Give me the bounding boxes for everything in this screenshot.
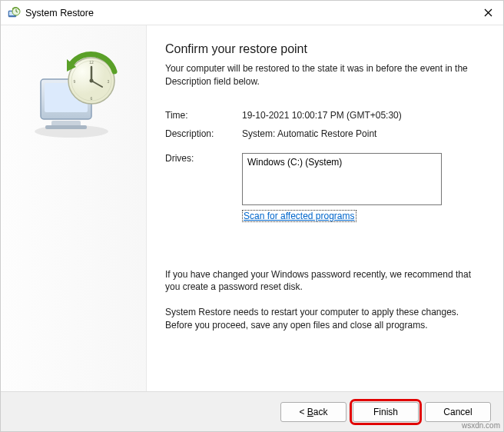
time-label: Time: [165, 110, 242, 121]
window-title: System Restore [25, 8, 472, 18]
time-row: Time: 19-10-2021 10:00:17 PM (GMT+05:30) [165, 110, 485, 121]
drive-item[interactable]: Windows (C:) (System) [247, 157, 436, 168]
main-panel: Confirm your restore point Your computer… [147, 25, 503, 391]
back-button[interactable]: < Back [280, 402, 346, 422]
page-heading: Confirm your restore point [165, 42, 485, 56]
page-subtext: Your computer will be restored to the st… [165, 62, 485, 88]
password-note: If you have changed your Windows passwor… [165, 268, 485, 294]
description-label: Description: [165, 128, 242, 139]
system-restore-hero-icon: 123 69 [24, 48, 124, 141]
drives-label: Drives: [165, 153, 242, 205]
svg-text:3: 3 [107, 79, 109, 84]
description-value: System: Automatic Restore Point [242, 128, 376, 139]
svg-text:9: 9 [73, 79, 75, 84]
sidebar: 123 69 [1, 25, 147, 391]
close-button[interactable] [472, 1, 503, 25]
time-value: 19-10-2021 10:00:17 PM (GMT+05:30) [242, 110, 402, 121]
svg-rect-10 [45, 125, 87, 129]
restart-note: System Restore needs to restart your com… [165, 306, 485, 332]
button-bar: < Back Finish Cancel [1, 391, 503, 431]
drives-row: Drives: Windows (C:) (System) [165, 153, 485, 205]
description-row: Description: System: Automatic Restore P… [165, 128, 485, 139]
close-icon [484, 8, 492, 17]
drives-listbox[interactable]: Windows (C:) (System) [242, 153, 442, 205]
cancel-button[interactable]: Cancel [425, 402, 491, 422]
finish-button[interactable]: Finish [353, 402, 419, 422]
content-area: 123 69 Confirm your restore point Your c… [1, 25, 503, 391]
scan-affected-programs-link[interactable]: Scan for affected programs [242, 210, 356, 222]
svg-text:12: 12 [89, 60, 94, 65]
titlebar: System Restore [1, 1, 503, 25]
system-restore-icon [7, 6, 21, 20]
svg-text:6: 6 [90, 96, 92, 101]
watermark: wsxdn.com [462, 421, 500, 430]
